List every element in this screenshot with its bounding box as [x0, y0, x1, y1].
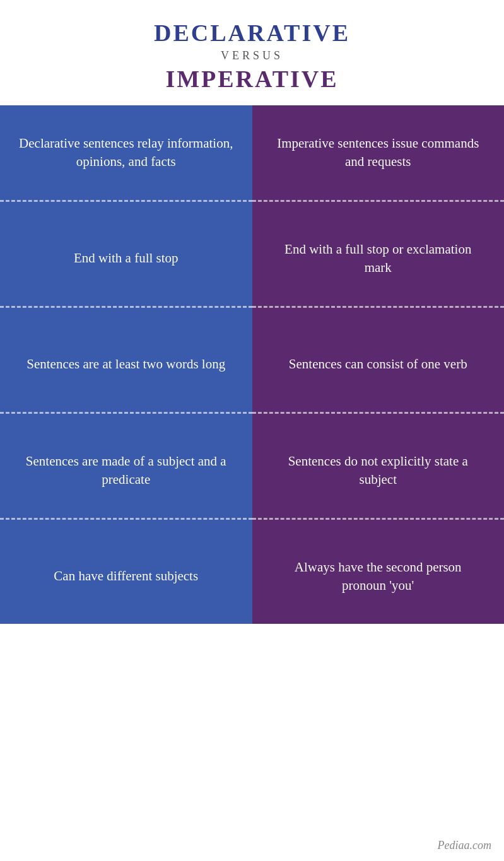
divider-left	[0, 306, 252, 317]
divider-2	[0, 412, 504, 423]
divider-left	[0, 518, 252, 529]
cell-right-3: Sentences do not explicitly state a subj…	[252, 423, 505, 518]
cell-left-2: Sentences are at least two words long	[0, 317, 252, 412]
title-declarative: DECLARATIVE	[13, 19, 491, 47]
cell-left-3: Sentences are made of a subject and a pr…	[0, 423, 252, 518]
comparison-row: Declarative sentences relay information,…	[0, 105, 504, 200]
cell-right-4: Always have the second person pronoun 'y…	[252, 529, 505, 624]
title-versus: VERSUS	[13, 49, 491, 62]
comparison-row: End with a full stopEnd with a full stop…	[0, 211, 504, 306]
cell-right-2: Sentences can consist of one verb	[252, 317, 505, 412]
divider-right	[252, 518, 505, 529]
cell-left-0: Declarative sentences relay information,…	[0, 105, 252, 200]
divider-0	[0, 200, 504, 211]
comparison-row: Sentences are made of a subject and a pr…	[0, 423, 504, 518]
divider-1	[0, 306, 504, 317]
title-imperative: IMPERATIVE	[13, 65, 491, 93]
divider-left	[0, 412, 252, 423]
footer: Pediaa.com	[0, 830, 504, 861]
cell-left-1: End with a full stop	[0, 211, 252, 306]
comparison-row: Sentences are at least two words longSen…	[0, 317, 504, 412]
comparison-row: Can have different subjectsAlways have t…	[0, 529, 504, 624]
divider-right	[252, 306, 505, 317]
cell-right-0: Imperative sentences issue commands and …	[252, 105, 505, 200]
divider-right	[252, 200, 505, 211]
footer-brand: Pediaa.com	[438, 839, 491, 852]
comparison-table: Declarative sentences relay information,…	[0, 105, 504, 830]
cell-left-4: Can have different subjects	[0, 529, 252, 624]
divider-right	[252, 412, 505, 423]
divider-3	[0, 518, 504, 529]
header: DECLARATIVE VERSUS IMPERATIVE	[0, 0, 504, 105]
cell-right-1: End with a full stop or exclamation mark	[252, 211, 505, 306]
divider-left	[0, 200, 252, 211]
